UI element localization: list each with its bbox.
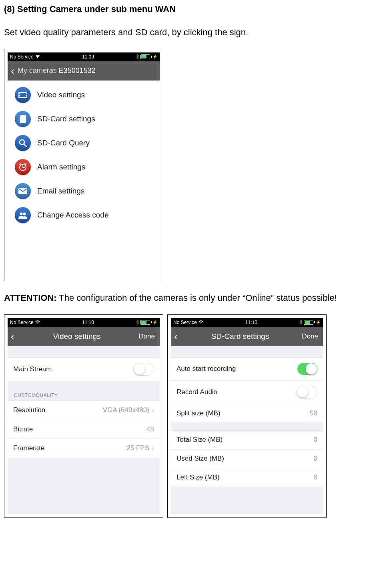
back-chevron-icon[interactable]: ‹ [11, 66, 15, 76]
row-label: Total Size (MB) [176, 436, 223, 444]
menu-item-email-settings[interactable]: Email settings [8, 179, 160, 203]
row-framerate[interactable]: Framerate 25 FPS › [8, 439, 160, 458]
menu-label: Change Access code [37, 211, 109, 219]
carrier-text: No Service [10, 320, 34, 325]
toggle-auto-start[interactable] [297, 363, 317, 375]
row-label: Main Stream [13, 365, 52, 373]
done-button[interactable]: Done [302, 332, 320, 340]
menu-item-video-settings[interactable]: Video settings [8, 83, 160, 107]
row-value: 0 [314, 455, 317, 463]
users-icon [15, 207, 31, 223]
row-total-size: Total Size (MB) 0 [171, 430, 323, 449]
row-value: 0 [314, 436, 317, 444]
row-main-stream[interactable]: Main Stream [8, 357, 160, 381]
row-value: 0 [314, 473, 317, 481]
chevron-right-icon: › [152, 444, 154, 453]
status-bar: No Service 11:10 ⚡ [8, 318, 160, 327]
svg-rect-4 [19, 93, 20, 93]
menu-label: Email settings [37, 187, 84, 195]
svg-point-18 [20, 212, 23, 215]
back-chevron-icon[interactable]: ‹ [11, 331, 15, 342]
toggle-record-audio[interactable] [297, 386, 317, 399]
alarm-icon [15, 159, 31, 175]
film-icon [15, 87, 31, 103]
nav-bar: ‹ Video settings Done [8, 327, 160, 346]
bluetooth-icon [299, 320, 302, 325]
svg-rect-5 [19, 94, 20, 95]
bluetooth-icon [136, 320, 139, 325]
intro-text: Set video quality parameters and SD card… [4, 26, 373, 39]
row-auto-start-recording[interactable]: Auto start recording [171, 357, 323, 381]
row-resolution[interactable]: Resolution VGA (640x480) › [8, 401, 160, 420]
row-value: 50 [310, 409, 317, 417]
row-value: 25 FPS [126, 444, 149, 452]
camera-id: E35001532 [59, 66, 96, 75]
screenshot-frame-3: No Service 11:10 ⚡ [167, 314, 327, 518]
toggle-main-stream[interactable] [133, 363, 154, 376]
row-label: Used Size (MB) [176, 455, 224, 463]
bluetooth-icon [136, 54, 139, 60]
screenshot-frame-2: No Service 11:10 ⚡ [4, 314, 163, 518]
section-header-customquality: CUSTOMQUALITY [8, 381, 160, 401]
carrier-text: No Service [173, 320, 197, 325]
battery-icon: ⚡ [140, 320, 157, 325]
sdcard-icon [15, 111, 31, 127]
status-bar: No Service 11:10 ⚡ [171, 318, 323, 327]
svg-line-16 [25, 163, 26, 165]
svg-rect-1 [20, 93, 26, 97]
row-left-size: Left Size (MB) 0 [171, 468, 323, 487]
row-label: Resolution [13, 406, 45, 414]
row-bitrate[interactable]: Bitrate 48 [8, 420, 160, 439]
nav-bar: ‹ SD-Card settings Done [171, 327, 323, 346]
clock-text: 11:10 [82, 320, 94, 325]
svg-rect-9 [26, 96, 27, 97]
row-split-size[interactable]: Split size (MB) 50 [171, 404, 323, 423]
section-heading: (8) Setting Camera under sub menu WAN [4, 4, 373, 14]
nav-title: Video settings [18, 332, 136, 341]
back-chevron-icon[interactable]: ‹ [174, 331, 178, 342]
clock-text: 11:09 [82, 54, 94, 60]
nav-bar: ‹ My cameras E35001532 [8, 61, 160, 81]
svg-rect-6 [19, 96, 20, 97]
svg-point-19 [23, 212, 26, 215]
row-label: Left Size (MB) [176, 473, 220, 481]
svg-rect-7 [26, 93, 27, 93]
row-used-size: Used Size (MB) 0 [171, 449, 323, 468]
svg-line-15 [20, 163, 21, 165]
menu-label: Alarm settings [37, 163, 85, 171]
nav-title: SD-Card settings [181, 332, 300, 341]
svg-line-11 [24, 144, 26, 147]
menu-item-change-access-code[interactable]: Change Access code [8, 203, 160, 227]
menu-item-sdcard-settings[interactable]: SD-Card settings [8, 107, 160, 131]
attention-text: The configuration of the cameras is only… [57, 293, 337, 303]
menu-item-sdcard-query[interactable]: SD-Card Query [8, 131, 160, 155]
back-button-label[interactable]: My cameras [18, 66, 57, 75]
wifi-icon [199, 320, 203, 325]
menu-label: SD-Card Query [37, 139, 90, 147]
done-button[interactable]: Done [138, 332, 156, 340]
menu-label: SD-Card settings [37, 115, 95, 123]
row-label: Bitrate [13, 425, 33, 433]
menu-label: Video settings [37, 91, 85, 99]
carrier-text: No Service [10, 54, 34, 60]
clock-text: 11:10 [245, 320, 257, 325]
row-label: Split size (MB) [176, 409, 221, 417]
chevron-right-icon: › [152, 406, 154, 415]
menu-item-alarm-settings[interactable]: Alarm settings [8, 155, 160, 179]
screenshot-frame-1: No Service 11:09 ⚡ ‹ My cameras [4, 49, 163, 281]
mail-icon [15, 183, 31, 199]
row-value: VGA (640x480) [103, 406, 149, 414]
status-bar: No Service 11:09 ⚡ [8, 52, 160, 61]
battery-icon: ⚡ [304, 320, 321, 325]
attention-label: ATTENTION: [4, 293, 57, 303]
row-record-audio[interactable]: Record Audio [171, 381, 323, 404]
battery-icon: ⚡ [140, 54, 157, 59]
row-label: Record Audio [176, 388, 217, 396]
row-label: Framerate [13, 444, 44, 452]
row-value: 48 [146, 425, 154, 433]
search-icon [15, 135, 31, 151]
wifi-icon [35, 320, 40, 325]
wifi-icon [35, 54, 40, 59]
settings-menu: Video settings SD-Card settings SD-Card … [8, 81, 160, 278]
row-label: Auto start recording [176, 365, 236, 373]
